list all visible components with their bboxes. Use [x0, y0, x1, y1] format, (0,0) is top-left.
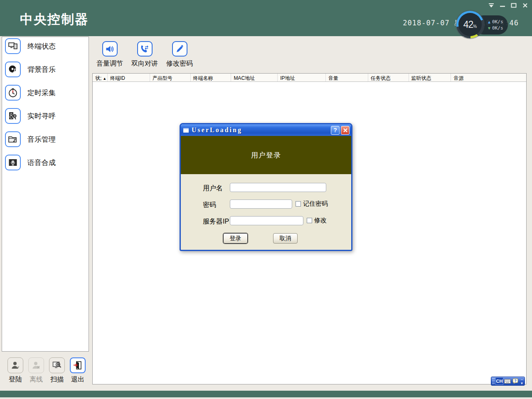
langbar-help-button[interactable]: ? [511, 377, 519, 385]
langbar-minimize-button[interactable]: – [521, 378, 523, 381]
minimize-icon [500, 3, 505, 8]
offline-button[interactable]: 离线 [27, 357, 45, 384]
server-ip-label: 服务器IP [203, 217, 229, 226]
dialog-cancel-button[interactable]: 取消 [273, 233, 298, 244]
skin-menu-button[interactable] [488, 2, 495, 9]
langbar-drag-handle[interactable] [492, 378, 495, 384]
maximize-button[interactable] [510, 2, 517, 9]
upload-arrow-icon: ▲ [488, 20, 490, 24]
password-label: 密码 [203, 201, 216, 209]
exit-door-icon [73, 360, 83, 370]
checkbox-box [296, 201, 301, 207]
app-title: 中央控制器 [20, 11, 89, 28]
toolbar-label: 双向对讲 [127, 59, 162, 68]
dialog-login-button[interactable]: 登录 [223, 233, 248, 244]
toolbar-label: 音量调节 [92, 59, 127, 68]
server-ip-input[interactable] [230, 216, 303, 225]
footer-action-label: 登陆 [6, 375, 25, 384]
modify-checkbox[interactable]: 修改 [307, 217, 327, 224]
keyboard-icon [504, 379, 511, 384]
column-header-product-model[interactable]: 产品型号 [150, 74, 191, 81]
maximize-icon [511, 3, 517, 8]
svg-text:?: ? [514, 379, 516, 383]
terminal-status-icon [5, 38, 21, 54]
volume-icon [105, 44, 115, 54]
column-header-mac[interactable]: MAC地址 [231, 74, 278, 81]
sidebar: 终端状态 背景音乐 [2, 37, 89, 352]
status-bar [0, 391, 532, 397]
column-header-ip[interactable]: IP地址 [278, 74, 326, 81]
password-input[interactable] [230, 200, 292, 209]
dialog-form: 用户名 密码 记住密码 服务器IP 修改 登录 取消 [181, 174, 351, 250]
sidebar-item-timer-collect[interactable]: 定时采集 [2, 85, 89, 108]
sidebar-item-music-manage[interactable]: 音乐管理 [2, 131, 89, 155]
help-bubble-icon: ? [512, 378, 518, 384]
column-header-monitor-status[interactable]: 监听状态 [409, 74, 451, 81]
footer-action-label: 扫描 [48, 375, 66, 384]
dialog-help-button[interactable]: ? [331, 126, 340, 135]
column-header-volume[interactable]: 音量 [326, 74, 368, 81]
language-indicator[interactable]: CH [495, 377, 503, 385]
dialog-banner-title: 用户登录 [251, 150, 281, 160]
sidebar-item-terminal-status[interactable]: 终端状态 [2, 38, 89, 62]
close-icon [522, 3, 528, 8]
column-header-terminal-id[interactable]: 终端ID [108, 74, 150, 81]
toolbar-label: 修改密码 [162, 59, 197, 68]
dialog-window-icon [183, 128, 189, 133]
timer-collect-icon [5, 85, 21, 101]
column-header-audio-source[interactable]: 音源 [451, 74, 526, 81]
language-bar[interactable]: CH ? – ▾ [491, 377, 525, 386]
toolbar-intercom-button[interactable]: 双向对讲 [127, 41, 162, 68]
toolbar-change-password-button[interactable]: 修改密码 [162, 41, 197, 68]
memory-usage-circle[interactable]: 42 % [456, 11, 484, 38]
table-header-row: 状;▲ 终端ID 产品型号 终端名称 MAC地址 IP地址 音量 任务状态 监听… [93, 74, 526, 82]
window-controls [488, 2, 529, 9]
voice-synthesis-icon [5, 155, 21, 170]
exit-button[interactable]: 退出 [69, 357, 87, 384]
download-arrow-icon: ▼ [488, 26, 490, 30]
modify-label: 修改 [314, 217, 327, 224]
keyboard-layout-button[interactable] [503, 377, 511, 385]
intercom-icon [140, 44, 150, 54]
column-header-status[interactable]: 状;▲ [93, 74, 108, 81]
window-bottom-edge [0, 397, 532, 399]
sidebar-item-background-music[interactable]: 背景音乐 [2, 62, 89, 85]
scan-button[interactable]: 扫描 [48, 357, 66, 384]
user-loading-dialog: UserLoading ? 用户登录 用户名 密码 记住密码 服 [180, 123, 352, 251]
langbar-options-button[interactable]: ▾ [521, 382, 523, 385]
titlebar: 中央控制器 [0, 0, 532, 36]
toolbar-volume-button[interactable]: 音量调节 [92, 41, 127, 68]
sidebar-item-label: 语音合成 [27, 158, 56, 167]
usage-percent: 42 [463, 19, 473, 30]
sort-asc-icon: ▲ [103, 76, 106, 81]
music-manage-icon [5, 131, 21, 147]
sidebar-item-realtime-paging[interactable]: 实时寻呼 [2, 108, 89, 131]
minimize-button[interactable] [499, 2, 506, 9]
usage-percent-sign: % [473, 24, 477, 29]
sidebar-item-voice-synthesis[interactable]: 语音合成 [2, 155, 89, 178]
column-header-terminal-name[interactable]: 终端名称 [191, 74, 232, 81]
app-window: 中央控制器 [0, 0, 532, 399]
remember-password-checkbox[interactable]: 记住密码 [296, 200, 328, 208]
background-music-icon [5, 62, 21, 77]
column-header-task-status[interactable]: 任务状态 [368, 74, 409, 81]
username-input[interactable] [230, 183, 326, 192]
dialog-titlebar[interactable]: UserLoading ? [181, 124, 351, 136]
sidebar-item-label: 终端状态 [27, 42, 56, 51]
login-button[interactable]: 登陆 [6, 357, 25, 384]
upload-speed: 0K/s [492, 19, 503, 25]
dialog-close-icon [343, 128, 348, 133]
close-button[interactable] [521, 2, 529, 9]
dialog-close-button[interactable] [341, 126, 350, 135]
network-speed-widget[interactable]: ▲ 0K/s ▼ 0K/s 42 % [456, 11, 510, 39]
sidebar-item-label: 音乐管理 [27, 135, 56, 144]
sidebar-item-label: 定时采集 [27, 88, 56, 98]
scan-monitor-icon [52, 360, 62, 370]
login-person-icon [10, 360, 20, 370]
checkbox-box [307, 218, 312, 223]
footer-action-label: 退出 [69, 375, 87, 384]
sidebar-item-label: 实时寻呼 [27, 111, 56, 121]
dialog-title: UserLoading [192, 126, 242, 134]
dialog-banner: 用户登录 [181, 136, 351, 174]
download-speed: 0K/s [492, 25, 503, 31]
